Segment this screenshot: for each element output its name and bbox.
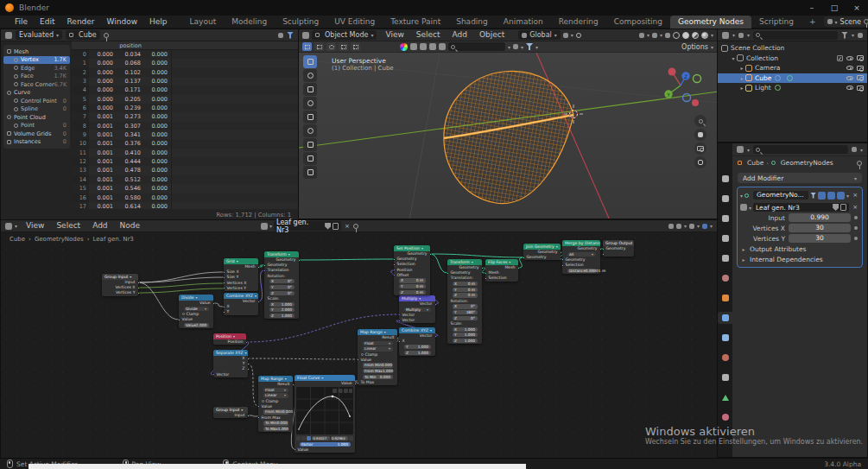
node-header[interactable]: ▾Combine XYZ	[224, 293, 258, 299]
Z-socket[interactable]	[247, 368, 250, 371]
field-x[interactable]: X1.000	[269, 302, 295, 307]
node-separate-xyz[interactable]: ▾Separate XYZXYZVector	[213, 350, 248, 377]
table-row[interactable]: 100.0010.3760.000	[72, 139, 298, 148]
collapse-icon[interactable]: ▾	[244, 350, 246, 356]
domain-item-edge[interactable]: Edge3.4K	[3, 64, 70, 73]
shading-material-icon[interactable]	[692, 32, 699, 39]
domain-group-mesh[interactable]: Mesh	[3, 48, 70, 56]
collapse-icon[interactable]: ▾	[421, 245, 423, 251]
menu-file[interactable]: File	[9, 16, 34, 29]
tool-funnel-icon[interactable]	[526, 43, 533, 50]
subpanel-internal-dependencies[interactable]: ▸Internal Dependencies	[740, 255, 859, 264]
node-group-icon[interactable]	[740, 204, 747, 211]
table-row[interactable]: 40.0000.1710.000	[72, 86, 298, 94]
node-group-input-1[interactable]: ▾Group InputInputVertices XVertices Y	[102, 274, 138, 296]
domain-item-spline[interactable]: Spline0	[3, 105, 70, 114]
navigation-gizmo[interactable]: Z Y	[660, 65, 705, 110]
node-group-output[interactable]: ▾Group OutputGeometry	[603, 240, 634, 257]
viewport-editor-icon[interactable]	[302, 32, 309, 39]
field-to-min[interactable]: To Min0.000	[263, 421, 288, 425]
parent-tree-icon[interactable]	[668, 224, 674, 229]
expander-icon[interactable]: ▸	[738, 65, 745, 71]
table-row[interactable]: 90.0010.3410.000	[72, 130, 298, 139]
disable-render-icon[interactable]	[857, 66, 864, 71]
node-merge-by-distance[interactable]: ▾Merge by DistanceGeometryAll▾GeometrySe…	[562, 240, 600, 274]
select-mode-lasso-icon[interactable]	[339, 42, 348, 51]
Selection-socket[interactable]	[393, 263, 396, 266]
add-workspace-button[interactable]: +	[801, 16, 824, 29]
collapse-icon[interactable]: ▾	[285, 376, 287, 382]
field-x[interactable]: X0 m	[453, 282, 478, 286]
field-from-min[interactable]: From Min0.000	[263, 409, 288, 414]
field-x[interactable]: X1.000	[453, 327, 478, 332]
tool-measure-button[interactable]	[303, 152, 317, 165]
checkbox-icon[interactable]	[361, 353, 364, 357]
Size Y-socket[interactable]	[223, 276, 225, 279]
tool-tweak-button[interactable]	[303, 55, 317, 68]
Value-socket[interactable]	[212, 302, 215, 305]
select-mode-tweak-icon[interactable]	[302, 42, 312, 51]
workspace-tab-compositing[interactable]: Compositing	[606, 16, 670, 29]
Size X-socket[interactable]	[223, 271, 225, 274]
tool-add-cube-button[interactable]	[303, 166, 317, 179]
node-menu-node[interactable]: Node	[114, 219, 147, 232]
node-group-name-field[interactable]: Leaf gen. Nr3	[753, 203, 849, 212]
modifier-name[interactable]: GeometryNo...	[753, 191, 808, 200]
workspace-tab-uv-editing[interactable]: UV Editing	[326, 16, 383, 29]
camera-view-icon[interactable]	[694, 143, 706, 155]
checkbox-icon[interactable]	[262, 400, 265, 403]
menu-edit[interactable]: Edit	[34, 16, 60, 29]
collapse-icon[interactable]: ▾	[130, 274, 131, 280]
node-header[interactable]: ▾Separate XYZ	[213, 350, 248, 356]
outliner-row-light[interactable]: ▸Light	[718, 83, 867, 93]
tool-cursor-button[interactable]	[303, 69, 317, 82]
pin-icon[interactable]	[864, 19, 868, 24]
field-x[interactable]: X0°	[453, 304, 478, 308]
node-header[interactable]: ▾Group Output	[603, 240, 634, 246]
outliner-filter-icon[interactable]	[738, 33, 744, 38]
outliner-search-input[interactable]	[753, 31, 838, 40]
node-multiply[interactable]: ▾MultiplyVectorMultiply▾VectorVector	[399, 295, 435, 323]
Vector-socket[interactable]	[434, 335, 437, 338]
tool-transform-button[interactable]	[303, 124, 317, 137]
Vertices X-socket[interactable]	[137, 287, 140, 289]
Vector-socket[interactable]	[212, 373, 215, 376]
disable-render-icon[interactable]	[857, 75, 864, 80]
node-header[interactable]: ▾Grid	[224, 258, 258, 264]
orientation-dropdown[interactable]: Global ▾	[518, 30, 561, 40]
field-value[interactable]: 30	[789, 224, 851, 232]
Vector-socket[interactable]	[434, 303, 437, 306]
fake-user-shield-icon[interactable]	[325, 223, 331, 230]
dropdown-linear[interactable]: Linear▾	[363, 346, 393, 351]
node-header[interactable]: ▾Multiply	[399, 295, 435, 301]
table-row[interactable]: 170.0010.6140.000	[72, 202, 298, 209]
workspace-tab-layout[interactable]: Layout	[182, 16, 225, 29]
properties-tab-view-layer[interactable]	[718, 232, 732, 244]
curve-widget[interactable]	[296, 387, 353, 434]
select-mode-paint-icon[interactable]	[351, 42, 360, 51]
X-socket[interactable]	[223, 306, 225, 308]
node-menu-view[interactable]: View	[20, 219, 50, 232]
magnet-icon[interactable]	[689, 224, 694, 229]
zoom-icon[interactable]	[694, 115, 706, 127]
X-socket[interactable]	[247, 358, 250, 360]
Vector-socket[interactable]	[257, 301, 260, 303]
workspace-tab-scripting[interactable]: Scripting	[751, 16, 801, 29]
table-row[interactable]: 20.0000.1020.000	[72, 68, 298, 77]
menu-window[interactable]: Window	[101, 16, 144, 29]
node-divide[interactable]: ▾DivideValueDivide▾ClampValueValue2.000	[179, 295, 213, 328]
dropdown-float[interactable]: Float▾	[263, 388, 288, 392]
To Max-socket[interactable]	[357, 382, 359, 384]
Geometry-socket[interactable]	[447, 272, 449, 275]
properties-filter-icon[interactable]	[852, 147, 857, 152]
breadcrumb-item[interactable]: GeometryNodes	[35, 236, 84, 243]
modifier-panel-header[interactable]: ▾ GeometryNo... ▾ ×	[740, 190, 859, 200]
Geometry-socket[interactable]	[429, 253, 432, 256]
field-from-min[interactable]: From Min0.000	[363, 363, 393, 367]
expand-icon[interactable]: ▾	[740, 193, 743, 199]
domain-item-point[interactable]: Point0	[3, 122, 70, 130]
breadcrumb-object[interactable]: Cube	[747, 159, 763, 167]
hide-eye-icon[interactable]	[846, 86, 853, 90]
outliner-row-cube[interactable]: ▸Cube	[718, 73, 867, 84]
dropdown-divide[interactable]: Divide▾	[184, 307, 209, 311]
